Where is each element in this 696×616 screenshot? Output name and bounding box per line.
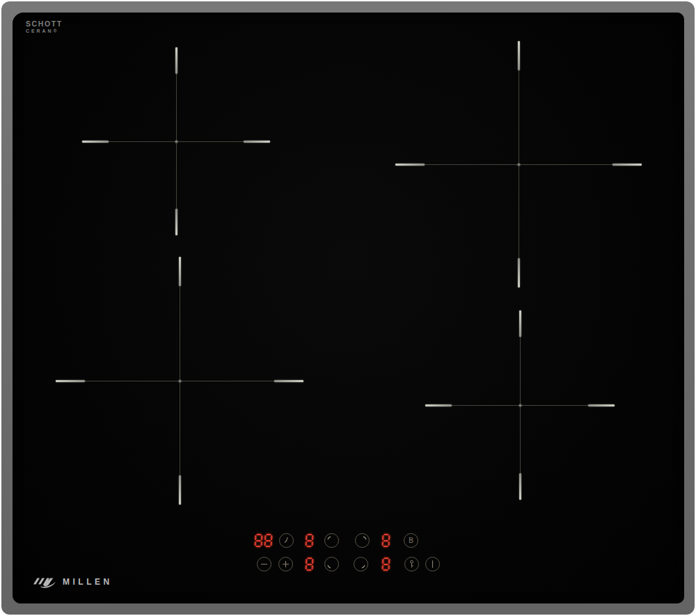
boost-button[interactable]: B [404,533,418,548]
seven-segment-digit [306,534,314,547]
seven-segment-digit [264,534,273,547]
seven-segment-digit [255,534,263,547]
key-icon [405,557,418,571]
lock-button[interactable] [404,557,419,571]
clock-icon [280,533,293,548]
arc-top-left-icon [325,533,338,548]
display-rear-right [382,534,390,547]
millen-swoosh-m-icon [32,575,57,589]
arc-bottom-left-icon [325,557,338,571]
glass-surface: SCHOTT CERAN® [13,13,684,603]
millen-logo-text: MILLEN [63,577,113,587]
minus-icon [258,557,271,571]
plus-icon [279,557,292,571]
seven-segment-digit [382,534,390,547]
minus-button[interactable] [257,557,271,571]
plus-button[interactable] [278,557,293,571]
zone-select-rear-left-button[interactable] [324,533,339,548]
display-rear-left [306,534,313,547]
cooktop-product-photo: SCHOTT CERAN® [0,0,696,616]
power-icon [426,557,439,571]
power-button[interactable] [425,557,440,571]
seven-segment-digit [382,558,390,571]
boost-label: B [409,537,413,544]
arc-top-right-icon [356,533,369,548]
timer-button[interactable] [279,533,294,548]
timer-display [255,534,272,547]
zone-select-front-left-button[interactable] [324,557,339,571]
millen-logo: MILLEN [32,575,113,589]
cooktop-metal-frame: SCHOTT CERAN® [1,1,695,615]
zone-select-front-right-button[interactable] [354,557,368,571]
seven-segment-digit [306,558,314,571]
arc-bottom-right-icon [354,557,367,571]
display-front-right [382,558,390,571]
display-front-left [306,558,313,571]
zone-select-rear-right-button[interactable] [355,533,370,548]
control-panel: B [13,13,684,603]
